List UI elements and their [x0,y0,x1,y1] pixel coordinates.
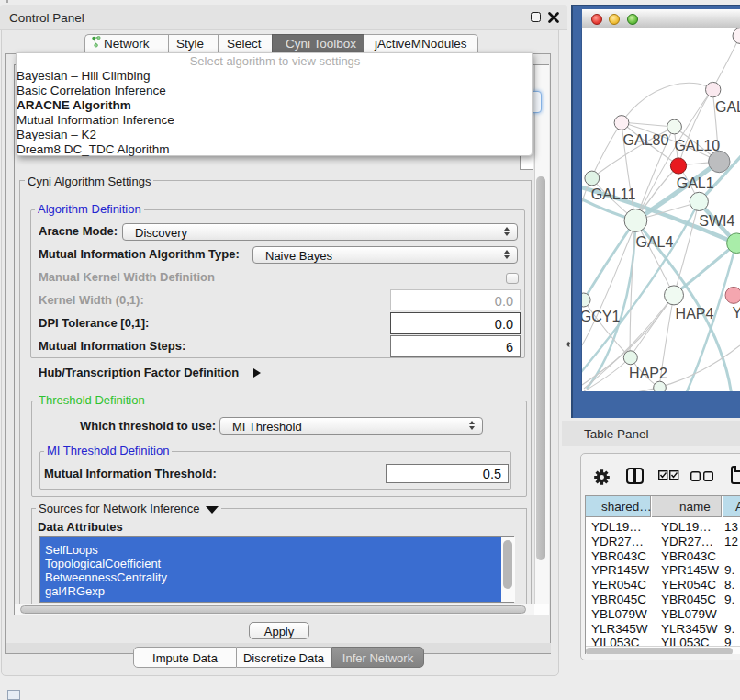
svg-text:GAL10: GAL10 [674,138,720,153]
svg-text:GAL4: GAL4 [635,234,673,250]
svg-text:GCY1: GCY1 [582,309,620,324]
svg-text:HAP4: HAP4 [676,306,714,322]
svg-text:GAL80: GAL80 [623,132,669,148]
svg-text:HAP2: HAP2 [629,366,667,381]
svg-text:YEL: YEL [733,305,740,321]
svg-text:GAL1: GAL1 [677,175,714,191]
svg-text:GAL7: GAL7 [715,99,740,115]
svg-text:GAL11: GAL11 [591,186,636,202]
svg-text:SWI4: SWI4 [699,213,734,229]
